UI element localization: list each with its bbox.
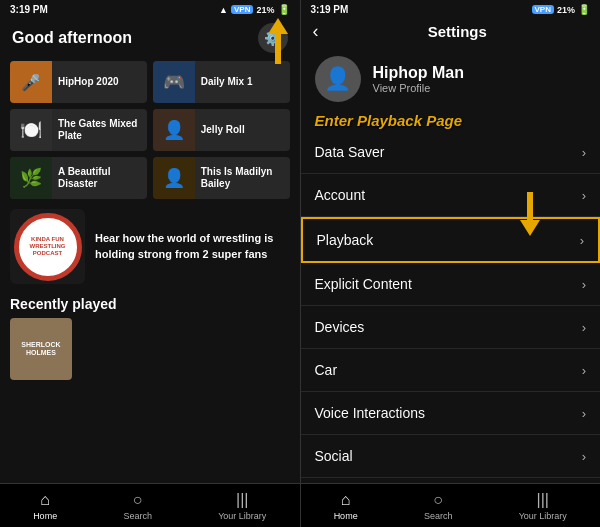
hiphop-icon: 🎤	[21, 73, 41, 92]
card-madilyn-label: This Is Madilyn Bailey	[195, 166, 290, 190]
recent-item-sherlock[interactable]: SHERLOCK HOLMES	[10, 318, 72, 380]
right-status-icons: VPN 21% 🔋	[532, 4, 590, 15]
card-beautiful-label: A Beautiful Disaster	[52, 166, 147, 190]
right-battery: 21%	[557, 5, 575, 15]
profile-section: 👤 Hiphop Man View Profile	[301, 48, 601, 108]
podcast-circle-text: KINDA FUNWRESTLINGPODCAST	[30, 236, 66, 258]
daily-icon: 🎮	[163, 71, 185, 93]
view-profile-link[interactable]: View Profile	[373, 82, 465, 94]
right-library-icon: |||	[537, 491, 549, 509]
card-madilyn-thumb: 👤	[153, 157, 195, 199]
settings-item-devices[interactable]: Devices ›	[301, 306, 601, 349]
playback-label: Playback	[317, 232, 374, 248]
profile-info: Hiphop Man View Profile	[373, 64, 465, 94]
greeting-text: Good afternoon	[12, 29, 132, 47]
card-hiphop-label: HipHop 2020	[52, 76, 125, 88]
wifi-icon: ▲	[219, 5, 228, 15]
back-button[interactable]: ‹	[313, 21, 319, 42]
social-label: Social	[315, 448, 353, 464]
settings-title: Settings	[327, 23, 589, 40]
right-status-bar: 3:19 PM VPN 21% 🔋	[301, 0, 601, 17]
car-chevron: ›	[582, 363, 586, 378]
right-nav-search-label: Search	[424, 511, 453, 521]
card-hiphop[interactable]: 🎤 HipHop 2020	[10, 61, 147, 103]
podcast-description: Hear how the world of wrestling is holdi…	[95, 231, 290, 262]
gates-icon: 🍽️	[20, 119, 42, 141]
card-daily-label: Daily Mix 1	[195, 76, 259, 88]
search-icon: ○	[133, 491, 143, 509]
left-nav-library-label: Your Library	[218, 511, 266, 521]
voice-label: Voice Interactions	[315, 405, 426, 421]
jelly-icon: 👤	[163, 119, 185, 141]
playback-annotation: Enter Playback Page	[301, 108, 601, 131]
profile-name: Hiphop Man	[373, 64, 465, 82]
right-bottom-nav: ⌂ Home ○ Search ||| Your Library	[301, 483, 601, 527]
explicit-label: Explicit Content	[315, 276, 412, 292]
right-nav-search[interactable]: ○ Search	[424, 491, 453, 521]
left-status-icons: ▲ VPN 21% 🔋	[219, 4, 289, 15]
right-nav-home[interactable]: ⌂ Home	[334, 491, 358, 521]
podcast-thumbnail: KINDA FUNWRESTLINGPODCAST	[10, 209, 85, 284]
settings-item-explicit[interactable]: Explicit Content ›	[301, 263, 601, 306]
left-status-bar: 3:19 PM ▲ VPN 21% 🔋	[0, 0, 300, 17]
right-battery-icon: 🔋	[578, 4, 590, 15]
battery-icon: 🔋	[278, 4, 290, 15]
playback-chevron: ›	[580, 233, 584, 248]
home-icon: ⌂	[40, 491, 50, 509]
account-chevron: ›	[582, 188, 586, 203]
card-daily[interactable]: 🎮 Daily Mix 1	[153, 61, 290, 103]
library-icon: |||	[236, 491, 248, 509]
devices-chevron: ›	[582, 320, 586, 335]
settings-item-voice[interactable]: Voice Interactions ›	[301, 392, 601, 435]
settings-item-social[interactable]: Social ›	[301, 435, 601, 478]
settings-item-playback[interactable]: Playback ›	[301, 217, 601, 263]
vpn-badge: VPN	[231, 5, 253, 14]
settings-gear-button[interactable]: ⚙️	[258, 23, 288, 53]
card-jelly-thumb: 👤	[153, 109, 195, 151]
card-gates-label: The Gates Mixed Plate	[52, 118, 147, 142]
right-status-time: 3:19 PM	[311, 4, 349, 15]
card-jelly-label: Jelly Roll	[195, 124, 251, 136]
right-header: ‹ Settings	[301, 17, 601, 48]
card-beautiful[interactable]: 🌿 A Beautiful Disaster	[10, 157, 147, 199]
settings-item-data-saver[interactable]: Data Saver ›	[301, 131, 601, 174]
right-panel: 3:19 PM VPN 21% 🔋 ‹ Settings 👤 Hiphop Ma…	[301, 0, 601, 527]
card-beautiful-thumb: 🌿	[10, 157, 52, 199]
card-jelly[interactable]: 👤 Jelly Roll	[153, 109, 290, 151]
card-gates[interactable]: 🍽️ The Gates Mixed Plate	[10, 109, 147, 151]
madilyn-icon: 👤	[163, 167, 185, 189]
explicit-chevron: ›	[582, 277, 586, 292]
card-gates-thumb: 🍽️	[10, 109, 52, 151]
sherlock-text: SHERLOCK HOLMES	[10, 339, 72, 360]
settings-list: Data Saver › Account › Playback › Explic…	[301, 131, 601, 527]
recently-played-row: SHERLOCK HOLMES	[0, 314, 300, 384]
social-chevron: ›	[582, 449, 586, 464]
card-hiphop-thumb: 🎤	[10, 61, 52, 103]
data-saver-label: Data Saver	[315, 144, 385, 160]
voice-chevron: ›	[582, 406, 586, 421]
settings-item-account[interactable]: Account ›	[301, 174, 601, 217]
left-panel: 3:19 PM ▲ VPN 21% 🔋 Good afternoon ⚙️ 🎤 …	[0, 0, 300, 527]
battery-level: 21%	[256, 5, 274, 15]
left-nav-library[interactable]: ||| Your Library	[218, 491, 266, 521]
right-search-icon: ○	[433, 491, 443, 509]
recent-sherlock-thumb: SHERLOCK HOLMES	[10, 318, 72, 380]
beautiful-icon: 🌿	[20, 167, 42, 189]
user-avatar: 👤	[315, 56, 361, 102]
card-daily-thumb: 🎮	[153, 61, 195, 103]
right-nav-library-label: Your Library	[519, 511, 567, 521]
avatar-icon: 👤	[324, 66, 351, 92]
left-nav-search-label: Search	[123, 511, 152, 521]
left-nav-search[interactable]: ○ Search	[123, 491, 152, 521]
settings-item-car[interactable]: Car ›	[301, 349, 601, 392]
right-home-icon: ⌂	[341, 491, 351, 509]
left-nav-home[interactable]: ⌂ Home	[33, 491, 57, 521]
right-nav-library[interactable]: ||| Your Library	[519, 491, 567, 521]
left-bottom-nav: ⌂ Home ○ Search ||| Your Library	[0, 483, 300, 527]
left-header: Good afternoon ⚙️	[0, 17, 300, 57]
recently-played-heading: Recently played	[0, 290, 300, 314]
data-saver-chevron: ›	[582, 145, 586, 160]
podcast-circle: KINDA FUNWRESTLINGPODCAST	[14, 213, 82, 281]
car-label: Car	[315, 362, 338, 378]
card-madilyn[interactable]: 👤 This Is Madilyn Bailey	[153, 157, 290, 199]
